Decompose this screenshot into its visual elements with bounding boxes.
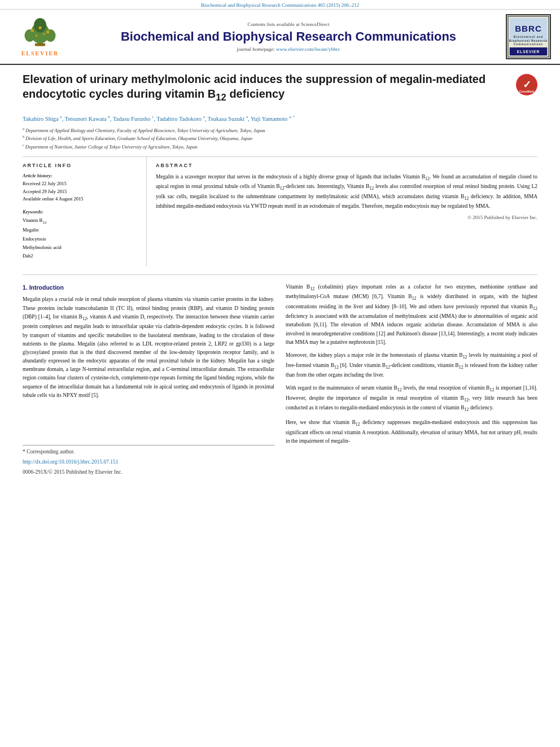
affiliation-a: a Department of Applied Biology and Chem… xyxy=(23,126,537,134)
doi-link[interactable]: http://dx.doi.org/10.1016/j.bbrc.2015.07… xyxy=(23,459,119,465)
elsevier-tree-icon xyxy=(18,18,63,49)
available-date: Available online 4 August 2015 xyxy=(23,195,138,203)
intro-heading: 1. Introduction xyxy=(23,283,274,292)
elsevier-logo-area: ELSEVIER xyxy=(9,18,71,56)
svg-point-4 xyxy=(34,18,46,32)
right-column: Vitamin B12 (cobalimin) plays important … xyxy=(286,283,537,479)
keyword-dab2: Dab2 xyxy=(23,252,138,260)
keyword-endocytosis: Endocytosis xyxy=(23,235,138,243)
bbrc-logo: BBRC Biochemical and Biophysical Researc… xyxy=(506,14,551,59)
top-bar: Biochemical and Biophysical Research Com… xyxy=(0,0,560,10)
contents-text: Contents lists available at ScienceDirec… xyxy=(248,21,330,27)
crossmark-badge: ✓ CrossMark xyxy=(516,74,537,95)
corresponding-note: * Corresponding author. xyxy=(23,448,274,456)
section-divider xyxy=(23,274,537,275)
bbrc-logo-area: BBRC Biochemical and Biophysical Researc… xyxy=(506,14,551,59)
journal-title-area: Contents lists available at ScienceDirec… xyxy=(77,21,500,52)
keyword-megalin: Megalin xyxy=(23,226,138,234)
authors-line: Takahiro Shiga a, Tetsunori Kawata b, Ta… xyxy=(23,114,537,123)
svg-point-5 xyxy=(31,29,34,32)
keywords-section: Keywords: Vitamin B12 Megalin Endocytosi… xyxy=(23,209,138,261)
keyword-mma: Methylmolonic acid xyxy=(23,243,138,252)
intro-para1: Megalin plays a crucial role in renal tu… xyxy=(23,295,274,400)
journal-title: Biochemical and Biophysical Research Com… xyxy=(77,29,500,44)
elsevier-logo: ELSEVIER xyxy=(18,18,63,56)
issn-line: 0006-291X/© 2015 Published by Elsevier I… xyxy=(23,468,274,477)
keywords-heading: Keywords: xyxy=(23,209,138,215)
homepage-label: journal homepage: xyxy=(237,46,275,52)
right-para3: With regard to the maintenance of serum … xyxy=(286,384,537,414)
journal-homepage: journal homepage: www.elsevier.com/locat… xyxy=(77,46,500,52)
accepted-date: Accepted 29 July 2015 xyxy=(23,188,138,196)
bbrc-logo-svg: BBRC Biochemical and Biophysical Researc… xyxy=(507,14,550,59)
paper-body: ✓ CrossMark Elevation of urinary methylm… xyxy=(0,65,560,490)
title-area: ✓ CrossMark Elevation of urinary methylm… xyxy=(23,72,537,110)
history-heading: Article history: xyxy=(23,173,138,178)
journal-header: ELSEVIER Contents lists available at Sci… xyxy=(0,10,560,65)
journal-citation: Biochemical and Biophysical Research Com… xyxy=(201,2,360,8)
copyright-text: © 2015 Published by Elsevier Inc. xyxy=(467,215,537,220)
svg-text:Biophysical Research: Biophysical Research xyxy=(509,40,548,42)
footnote-section: * Corresponding author. http://dx.doi.or… xyxy=(23,445,274,477)
svg-text:Communications: Communications xyxy=(514,43,543,46)
svg-rect-10 xyxy=(35,43,45,46)
abstract-section: ABSTRACT Megalin is a scavenger receptor… xyxy=(147,157,537,266)
abstract-text: Megalin is a scavenger receptor that ser… xyxy=(156,173,537,210)
svg-text:✓: ✓ xyxy=(523,79,531,90)
article-info-panel: ARTICLE INFO Article history: Received 2… xyxy=(23,157,147,266)
homepage-link[interactable]: www.elsevier.com/locate/ybbrc xyxy=(276,46,340,52)
right-para2: Moreover, the kidney plays a major role … xyxy=(286,351,537,379)
elsevier-wordmark: ELSEVIER xyxy=(21,50,59,56)
contents-line: Contents lists available at ScienceDirec… xyxy=(77,21,500,27)
affiliation-b: b Division of Life, Health, and Sports E… xyxy=(23,134,537,142)
main-content: 1. Introduction Megalin plays a crucial … xyxy=(23,283,537,479)
crossmark-icon: ✓ CrossMark xyxy=(518,76,536,94)
received-date: Received 22 July 2015 xyxy=(23,180,138,188)
affiliation-c: c Department of Nutrition, Junior Colleg… xyxy=(23,143,537,151)
svg-point-7 xyxy=(38,26,42,29)
svg-text:ELSEVIER: ELSEVIER xyxy=(517,50,540,54)
left-column: 1. Introduction Megalin plays a crucial … xyxy=(23,283,274,479)
article-title: Elevation of urinary methylmolonic acid … xyxy=(23,72,491,104)
doi-line: http://dx.doi.org/10.1016/j.bbrc.2015.07… xyxy=(23,458,274,466)
copyright-line: © 2015 Published by Elsevier Inc. xyxy=(156,215,537,220)
svg-point-8 xyxy=(36,34,38,37)
article-history: Article history: Received 22 July 2015 A… xyxy=(23,173,138,203)
article-info-heading: ARTICLE INFO xyxy=(23,163,138,168)
right-para1: Vitamin B12 (cobalimin) plays important … xyxy=(286,283,537,347)
article-info-row: ARTICLE INFO Article history: Received 2… xyxy=(23,156,537,266)
svg-point-6 xyxy=(46,30,50,33)
abstract-heading: ABSTRACT xyxy=(156,163,537,168)
keyword-vitamin: Vitamin B12 xyxy=(23,216,138,226)
affiliations: a Department of Applied Biology and Chem… xyxy=(23,126,537,151)
svg-point-9 xyxy=(43,33,46,35)
svg-text:BBRC: BBRC xyxy=(515,24,542,33)
svg-text:CrossMark: CrossMark xyxy=(519,90,534,93)
svg-text:Biochemical and: Biochemical and xyxy=(514,36,543,38)
right-para4: Here, we show that vitamin B12 deficienc… xyxy=(286,418,537,445)
